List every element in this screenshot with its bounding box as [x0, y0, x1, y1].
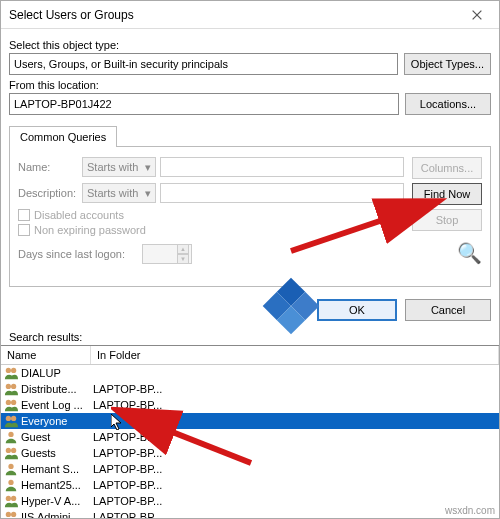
- location-input[interactable]: LAPTOP-BP01J422: [9, 93, 399, 115]
- object-type-input[interactable]: Users, Groups, or Built-in security prin…: [9, 53, 398, 75]
- item-name: Distribute...: [21, 383, 93, 395]
- spinner: ▲ ▼: [177, 244, 189, 264]
- svg-point-4: [6, 384, 11, 389]
- object-type-label: Select this object type:: [9, 39, 491, 51]
- group-icon: [3, 510, 19, 518]
- svg-point-14: [8, 480, 13, 485]
- item-name: Everyone: [21, 415, 93, 427]
- user-icon: [3, 462, 19, 476]
- find-now-button[interactable]: Find Now: [412, 183, 482, 205]
- item-name: Event Log ...: [21, 399, 93, 411]
- svg-point-10: [8, 432, 13, 437]
- dialog-body: Select this object type: Users, Groups, …: [1, 29, 499, 293]
- item-name: IIS Admini...: [21, 511, 93, 518]
- dialog-window: Select Users or Groups Select this objec…: [0, 0, 500, 519]
- list-item[interactable]: Hemant25...LAPTOP-BP...: [1, 477, 499, 493]
- svg-point-6: [6, 400, 11, 405]
- window-title: Select Users or Groups: [9, 8, 134, 22]
- non-expiring-password-checkbox[interactable]: Non expiring password: [18, 224, 404, 236]
- desc-mode-combo[interactable]: Starts with ▾: [82, 183, 156, 203]
- svg-point-7: [11, 400, 16, 405]
- location-label: From this location:: [9, 79, 491, 91]
- description-input[interactable]: [160, 183, 404, 203]
- close-button[interactable]: [455, 1, 499, 29]
- item-folder: LAPTOP-BP...: [93, 463, 497, 475]
- svg-point-15: [6, 496, 11, 501]
- tabs: Common Queries: [9, 125, 491, 146]
- spin-up-icon[interactable]: ▲: [177, 244, 189, 254]
- chevron-down-icon: ▾: [145, 187, 151, 200]
- item-folder: LAPTOP-BP...: [93, 447, 497, 459]
- group-icon: [3, 446, 19, 460]
- svg-point-2: [6, 368, 11, 373]
- chevron-down-icon: ▾: [145, 161, 151, 174]
- user-icon: [3, 478, 19, 492]
- days-since-logon-label: Days since last logon:: [18, 248, 138, 260]
- checkbox-icon: [18, 209, 30, 221]
- item-name: Guests: [21, 447, 93, 459]
- checkbox-icon: [18, 224, 30, 236]
- item-folder: LAPTOP-BP...: [93, 431, 497, 443]
- list-item[interactable]: GuestLAPTOP-BP...: [1, 429, 499, 445]
- list-item[interactable]: Hemant S...LAPTOP-BP...: [1, 461, 499, 477]
- close-icon: [470, 8, 484, 22]
- ok-button[interactable]: OK: [317, 299, 397, 321]
- list-item[interactable]: Event Log ...LAPTOP-BP...: [1, 397, 499, 413]
- results-header: Name In Folder: [1, 346, 499, 365]
- svg-point-3: [11, 368, 16, 373]
- columns-button[interactable]: Columns...: [412, 157, 482, 179]
- group-icon: [3, 414, 19, 428]
- item-folder: LAPTOP-BP...: [93, 495, 497, 507]
- item-name: DIALUP: [21, 367, 93, 379]
- dialog-buttons: OK Cancel: [1, 293, 499, 329]
- days-input[interactable]: ▲ ▼: [142, 244, 192, 264]
- user-icon: [3, 430, 19, 444]
- list-item[interactable]: GuestsLAPTOP-BP...: [1, 445, 499, 461]
- item-folder: LAPTOP-BP...: [93, 383, 497, 395]
- search-results-label: Search results:: [1, 329, 499, 345]
- item-folder: LAPTOP-BP...: [93, 511, 497, 518]
- results-listview[interactable]: Name In Folder DIALUPDistribute...LAPTOP…: [1, 345, 499, 518]
- search-icon: 🔍: [457, 241, 482, 265]
- description-label: Description:: [18, 187, 78, 199]
- svg-point-9: [11, 416, 16, 421]
- list-item[interactable]: Distribute...LAPTOP-BP...: [1, 381, 499, 397]
- stop-button[interactable]: Stop: [412, 209, 482, 231]
- svg-point-16: [11, 496, 16, 501]
- tab-common-queries[interactable]: Common Queries: [9, 126, 117, 147]
- svg-point-5: [11, 384, 16, 389]
- col-name[interactable]: Name: [1, 346, 91, 364]
- titlebar: Select Users or Groups: [1, 1, 499, 29]
- item-name: Hyper-V A...: [21, 495, 93, 507]
- locations-button[interactable]: Locations...: [405, 93, 491, 115]
- svg-point-17: [6, 512, 11, 517]
- watermark: wsxdn.com: [445, 505, 495, 516]
- name-mode-combo[interactable]: Starts with ▾: [82, 157, 156, 177]
- disabled-accounts-checkbox[interactable]: Disabled accounts: [18, 209, 404, 221]
- group-icon: [3, 382, 19, 396]
- group-icon: [3, 494, 19, 508]
- svg-point-8: [6, 416, 11, 421]
- col-folder[interactable]: In Folder: [91, 346, 499, 364]
- svg-point-18: [11, 512, 16, 517]
- tab-panel: Name: Starts with ▾ Description: Starts …: [9, 146, 491, 287]
- spin-down-icon[interactable]: ▼: [177, 254, 189, 264]
- list-item[interactable]: Hyper-V A...LAPTOP-BP...: [1, 493, 499, 509]
- item-folder: LAPTOP-BP...: [93, 399, 497, 411]
- list-item[interactable]: IIS Admini...LAPTOP-BP...: [1, 509, 499, 518]
- svg-point-13: [8, 464, 13, 469]
- name-label: Name:: [18, 161, 78, 173]
- svg-point-12: [11, 448, 16, 453]
- object-types-button[interactable]: Object Types...: [404, 53, 491, 75]
- name-input[interactable]: [160, 157, 404, 177]
- item-name: Guest: [21, 431, 93, 443]
- item-folder: LAPTOP-BP...: [93, 479, 497, 491]
- cancel-button[interactable]: Cancel: [405, 299, 491, 321]
- item-name: Hemant25...: [21, 479, 93, 491]
- list-item[interactable]: DIALUP: [1, 365, 499, 381]
- item-name: Hemant S...: [21, 463, 93, 475]
- list-item[interactable]: Everyone: [1, 413, 499, 429]
- svg-point-11: [6, 448, 11, 453]
- group-icon: [3, 366, 19, 380]
- group-icon: [3, 398, 19, 412]
